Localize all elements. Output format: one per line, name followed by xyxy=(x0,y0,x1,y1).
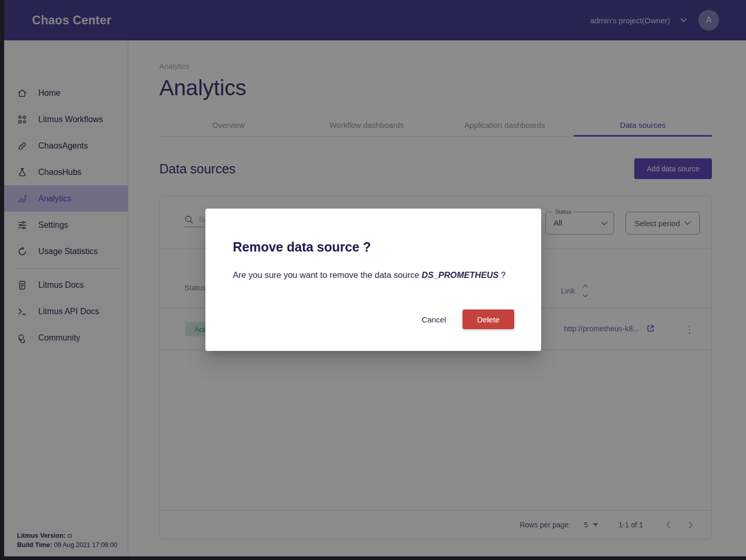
data-source-name: DS_PROMETHEUS xyxy=(422,270,499,279)
dialog-message-suffix: ? xyxy=(499,270,506,279)
remove-data-source-dialog: Remove data source ? Are you sure you wa… xyxy=(205,209,541,351)
cancel-button[interactable]: Cancel xyxy=(410,311,457,329)
dialog-message: Are you sure you want to remove the data… xyxy=(233,270,514,280)
dialog-title: Remove data source ? xyxy=(233,240,514,255)
delete-button[interactable]: Delete xyxy=(462,310,514,329)
dialog-message-prefix: Are you sure you want to remove the data… xyxy=(233,270,422,279)
